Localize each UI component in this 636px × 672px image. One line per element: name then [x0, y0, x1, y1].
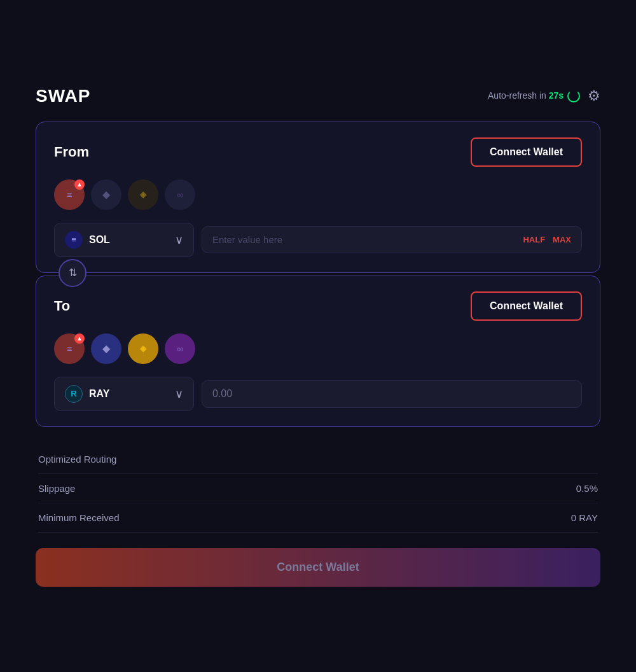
from-chain-inf[interactable]: ∞: [165, 179, 195, 210]
to-sol-icon: ≡: [67, 344, 72, 354]
to-token-select[interactable]: R RAY ∨: [54, 377, 194, 411]
to-eth-icon: ◆: [102, 342, 110, 354]
min-received-value: 0 RAY: [571, 512, 598, 523]
page-title: SWAP: [36, 86, 90, 106]
inf-icon: ∞: [177, 190, 183, 200]
to-chain-inf[interactable]: ∞: [165, 333, 195, 364]
half-max-buttons: HALF MAX: [523, 235, 571, 244]
to-chain-bnb[interactable]: ◈: [128, 333, 158, 364]
main-connect-wallet-button[interactable]: Connect Wallet: [36, 548, 600, 587]
to-value-number: 0.00: [212, 388, 232, 400]
to-chain-icons: ≡ ▲ ◆ ◈ ∞: [54, 333, 582, 364]
to-chain-eth[interactable]: ◆: [91, 333, 121, 364]
to-connect-wallet-button[interactable]: Connect Wallet: [471, 291, 582, 321]
from-token-icon: ≡: [65, 231, 83, 249]
from-token-row: ≡ SOL ∨ Enter value here HALF MAX: [54, 223, 582, 257]
from-chain-bnb[interactable]: ◈: [128, 179, 158, 210]
from-label: From: [54, 144, 89, 160]
from-chain-eth[interactable]: ◆: [91, 179, 121, 210]
from-token-chevron: ∨: [175, 233, 183, 247]
from-value-input[interactable]: Enter value here HALF MAX: [202, 226, 582, 253]
header-right: Auto-refresh in 27s ⚙: [488, 88, 600, 104]
from-chain-sol[interactable]: ≡ ▲: [54, 179, 85, 210]
routing-label: Optimized Routing: [38, 454, 116, 465]
to-token-name: RAY: [89, 388, 169, 400]
to-value-input: 0.00: [202, 380, 582, 408]
from-panel-header: From Connect Wallet: [54, 137, 582, 167]
swap-direction-button[interactable]: ⇅: [59, 259, 86, 287]
slippage-label: Slippage: [38, 483, 75, 494]
from-connect-wallet-button[interactable]: Connect Wallet: [471, 137, 582, 167]
from-token-select[interactable]: ≡ SOL ∨: [54, 223, 194, 257]
eth-icon: ◆: [102, 188, 110, 200]
to-sol-alert-badge: ▲: [74, 333, 85, 344]
slippage-row: Slippage 0.5%: [38, 474, 598, 503]
min-received-label: Minimum Received: [38, 512, 120, 523]
slippage-value: 0.5%: [576, 483, 598, 494]
from-value-placeholder: Enter value here: [212, 234, 282, 245]
from-chain-icons: ≡ ▲ ◆ ◈ ∞: [54, 179, 582, 210]
sol-alert-badge: ▲: [74, 179, 85, 190]
to-panel: To Connect Wallet ≡ ▲ ◆ ◈ ∞ R RAY: [36, 276, 600, 427]
from-panel: From Connect Wallet ≡ ▲ ◆ ◈ ∞ ≡ S: [36, 122, 600, 273]
to-token-row: R RAY ∨ 0.00: [54, 377, 582, 411]
to-token-icon: R: [65, 385, 83, 403]
sol-icon: ≡: [67, 190, 72, 200]
to-inf-icon: ∞: [177, 344, 183, 354]
min-received-row: Minimum Received 0 RAY: [38, 503, 598, 533]
max-button[interactable]: MAX: [553, 235, 571, 244]
swap-container: SWAP Auto-refresh in 27s ⚙ From Connect …: [13, 66, 623, 607]
from-token-name: SOL: [89, 234, 169, 246]
to-chain-sol[interactable]: ≡ ▲: [54, 333, 85, 364]
to-panel-header: To Connect Wallet: [54, 291, 582, 321]
settings-icon[interactable]: ⚙: [588, 88, 600, 104]
header: SWAP Auto-refresh in 27s ⚙: [36, 86, 600, 106]
auto-refresh-count: 27s: [549, 90, 563, 100]
routing-row: Optimized Routing: [38, 445, 598, 474]
to-bnb-icon: ◈: [140, 344, 146, 353]
half-button[interactable]: HALF: [523, 235, 545, 244]
bnb-icon: ◈: [140, 190, 146, 199]
to-token-chevron: ∨: [175, 387, 183, 401]
refresh-icon[interactable]: [567, 90, 580, 102]
to-label: To: [54, 298, 70, 314]
auto-refresh-text: Auto-refresh in 27s: [488, 90, 580, 102]
info-section: Optimized Routing Slippage 0.5% Minimum …: [36, 445, 600, 533]
